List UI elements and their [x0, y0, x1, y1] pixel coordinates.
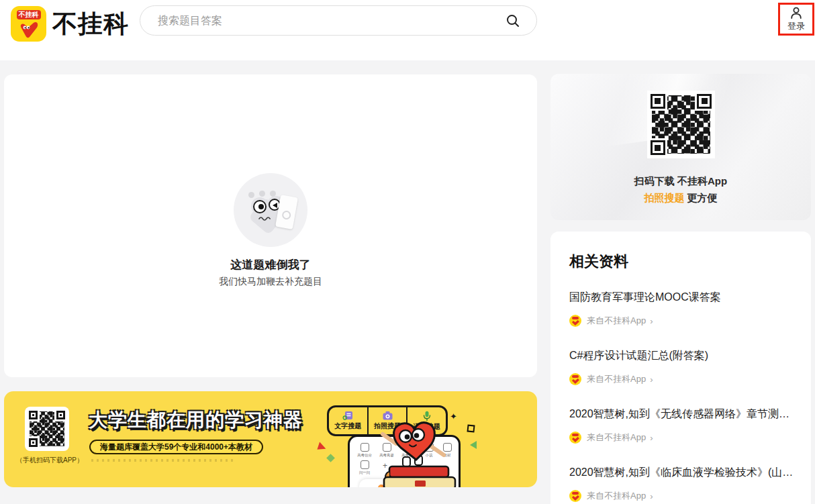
source-label: 来自不挂科App [587, 490, 646, 502]
login-button[interactable]: 登录 [780, 5, 812, 34]
sidebar-qr-card: 扫码下载 不挂科App 拍照搜题 更方便 [550, 74, 811, 220]
user-icon [789, 6, 803, 19]
logo-badge-text: 不挂科 [17, 10, 41, 19]
related-materials-card: 相关资料 国防教育军事理论MOOC课答案 来自不挂科App › C#程序设计试题… [550, 232, 811, 504]
chevron-right-icon: › [650, 433, 653, 443]
app-mini-logo-icon [569, 432, 581, 444]
login-label: 登录 [787, 20, 805, 32]
green-diamond-decor [326, 454, 335, 462]
qr-card-highlight: 拍照搜题 [644, 192, 684, 203]
qr-card-line1: 扫码下载 不挂科App [550, 175, 811, 188]
download-qr-code [647, 91, 715, 158]
empty-state-card: 这道题难倒我了 我们快马加鞭去补充题目 [4, 74, 537, 377]
search-bar [140, 5, 537, 36]
mascot-left-eye [253, 200, 267, 213]
search-icon[interactable] [506, 13, 520, 28]
related-item-title[interactable]: 2020智慧树,知到《临床血液学检验技术》(山… [569, 466, 795, 480]
logo-heart-check-icon [19, 22, 39, 38]
related-item-title[interactable]: C#程序设计试题汇总(附答案) [569, 349, 795, 363]
empty-state-illustration [234, 173, 307, 247]
related-item-source[interactable]: 来自不挂科App › [569, 373, 653, 385]
banner-qr-caption: （手机扫码下载APP） [9, 456, 90, 465]
qr-card-rest: 更方便 [684, 192, 717, 203]
related-item-source[interactable]: 来自不挂科App › [569, 315, 653, 327]
chevron-right-icon: › [650, 491, 653, 501]
source-label: 来自不挂科App [587, 315, 646, 327]
brand-wordmark: 不挂科 [52, 7, 129, 41]
related-heading: 相关资料 [569, 252, 628, 272]
source-label: 来自不挂科App [587, 373, 646, 385]
banner-qr-code [25, 407, 69, 451]
login-highlight-box: 登录 [778, 3, 814, 36]
search-input[interactable] [158, 7, 493, 34]
source-label: 来自不挂科App [587, 432, 646, 444]
header: 不挂科 不挂科 登录 [0, 0, 815, 60]
page: 不挂科 不挂科 登录 [0, 0, 815, 504]
feature-label: 文字搜题 [334, 421, 361, 431]
related-item-source[interactable]: 来自不挂科App › [569, 490, 653, 502]
text-search-icon [342, 411, 353, 421]
empty-state-title: 这道题难倒我了 [4, 257, 537, 272]
banner-title: 大学生都在用的学习神器 [89, 407, 303, 433]
app-logo-icon[interactable]: 不挂科 [11, 6, 46, 42]
chevron-right-icon: › [650, 374, 653, 385]
related-item-title[interactable]: 国防教育军事理论MOOC课答案 [569, 291, 795, 305]
banner-dotted-line [91, 459, 236, 462]
empty-state-subtitle: 我们快马加鞭去补充题目 [4, 276, 537, 288]
chevron-right-icon: › [650, 316, 653, 326]
app-mini-logo-icon [569, 315, 581, 327]
related-item-source[interactable]: 来自不挂科App › [569, 432, 653, 444]
heart-mascot-on-books [358, 418, 473, 487]
red-triangle-decor [317, 442, 327, 452]
app-mini-logo-icon [569, 373, 581, 385]
app-promo-banner[interactable]: （手机扫码下载APP） 大学生都在用的学习神器 海量题库覆盖大学59个专业和40… [4, 391, 537, 487]
app-mini-logo-icon [569, 490, 581, 502]
mascot-mouth [258, 216, 273, 221]
qr-card-line2: 拍照搜题 更方便 [550, 192, 811, 205]
banner-badge: 海量题库覆盖大学59个专业和4000+本教材 [89, 440, 263, 454]
related-item-title[interactable]: 2020智慧树,知到《无线传感器网络》章节测… [569, 407, 795, 421]
